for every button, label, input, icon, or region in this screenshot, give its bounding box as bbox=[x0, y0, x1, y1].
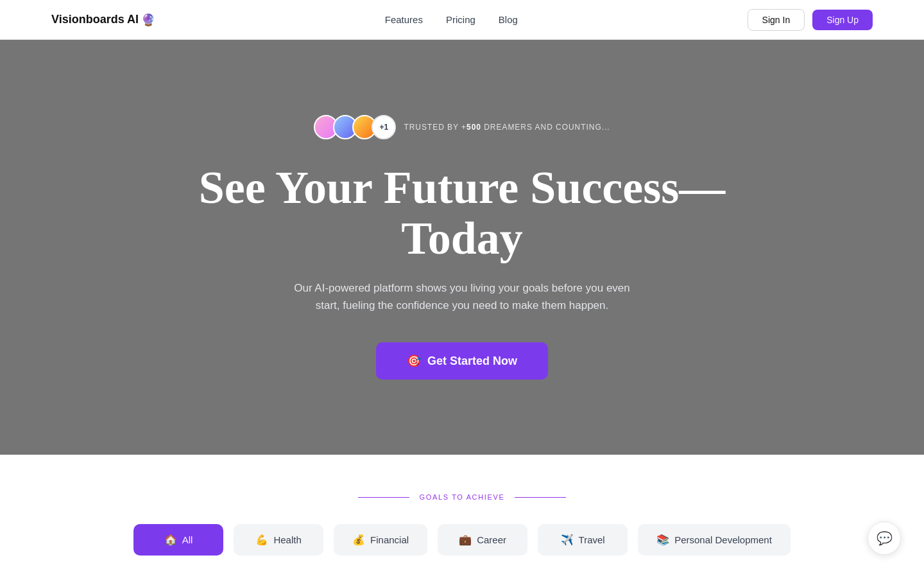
hero-section: +1 TRUSTED BY +500 DREAMERS AND COUNTING… bbox=[0, 40, 924, 455]
get-started-button[interactable]: 🎯 Get Started Now bbox=[376, 342, 548, 380]
sign-up-button[interactable]: Sign Up bbox=[812, 10, 873, 30]
travel-icon: ✈️ bbox=[561, 534, 574, 546]
financial-icon: 💰 bbox=[352, 534, 365, 546]
health-label: Health bbox=[273, 534, 301, 545]
nav-link-blog[interactable]: Blog bbox=[499, 14, 518, 25]
nav-actions: Sign In Sign Up bbox=[748, 9, 873, 31]
personal-dev-icon: 📚 bbox=[656, 534, 669, 546]
goals-label-text: GOALS TO ACHIEVE bbox=[420, 493, 505, 501]
health-icon: 💪 bbox=[255, 534, 268, 546]
trust-text: TRUSTED BY +500 DREAMERS AND COUNTING... bbox=[404, 123, 610, 132]
avatar-count: +1 bbox=[372, 115, 396, 139]
career-label: Career bbox=[477, 534, 506, 545]
brand-emoji: 🔮 bbox=[141, 13, 155, 27]
goals-tabs: 🏠 All 💪 Health 💰 Financial 💼 Career ✈️ T… bbox=[51, 524, 873, 556]
goal-tab-personal-development[interactable]: 📚 Personal Development bbox=[638, 524, 791, 556]
goals-label-line-left bbox=[358, 497, 409, 498]
nav-links: Features Pricing Blog bbox=[385, 14, 518, 25]
sign-in-button[interactable]: Sign In bbox=[748, 9, 805, 31]
hero-title: See Your Future Success—Today bbox=[173, 162, 751, 264]
trust-count: 500 bbox=[466, 123, 481, 132]
goals-label-line-right bbox=[515, 497, 566, 498]
cta-icon: 🎯 bbox=[407, 354, 421, 368]
trust-avatars: +1 bbox=[314, 115, 396, 139]
navbar: Visionboards AI 🔮 Features Pricing Blog … bbox=[0, 0, 924, 40]
trust-suffix: DREAMERS AND COUNTING... bbox=[481, 123, 610, 132]
goal-tab-health[interactable]: 💪 Health bbox=[234, 524, 323, 556]
hero-subtitle: Our AI-powered platform shows you living… bbox=[282, 279, 642, 314]
all-icon: 🏠 bbox=[164, 534, 177, 546]
career-icon: 💼 bbox=[459, 534, 472, 546]
chat-button[interactable]: 💬 bbox=[868, 521, 901, 555]
financial-label: Financial bbox=[370, 534, 409, 545]
brand-name: Visionboards AI bbox=[51, 13, 139, 26]
trust-badge: +1 TRUSTED BY +500 DREAMERS AND COUNTING… bbox=[314, 115, 610, 139]
goal-tab-all[interactable]: 🏠 All bbox=[133, 524, 223, 556]
all-label: All bbox=[182, 534, 193, 545]
goals-section: GOALS TO ACHIEVE 🏠 All 💪 Health 💰 Financ… bbox=[0, 455, 924, 578]
goal-tab-career[interactable]: 💼 Career bbox=[438, 524, 527, 556]
goals-label: GOALS TO ACHIEVE bbox=[358, 493, 567, 501]
trust-prefix: TRUSTED BY + bbox=[404, 123, 466, 132]
cta-label: Get Started Now bbox=[427, 355, 517, 368]
brand-logo[interactable]: Visionboards AI 🔮 bbox=[51, 13, 155, 27]
travel-label: Travel bbox=[579, 534, 605, 545]
nav-link-pricing[interactable]: Pricing bbox=[446, 14, 475, 25]
personal-dev-label: Personal Development bbox=[674, 534, 772, 545]
goal-tab-travel[interactable]: ✈️ Travel bbox=[538, 524, 628, 556]
goal-tab-financial[interactable]: 💰 Financial bbox=[334, 524, 427, 556]
nav-link-features[interactable]: Features bbox=[385, 14, 423, 25]
chat-icon: 💬 bbox=[877, 530, 893, 546]
